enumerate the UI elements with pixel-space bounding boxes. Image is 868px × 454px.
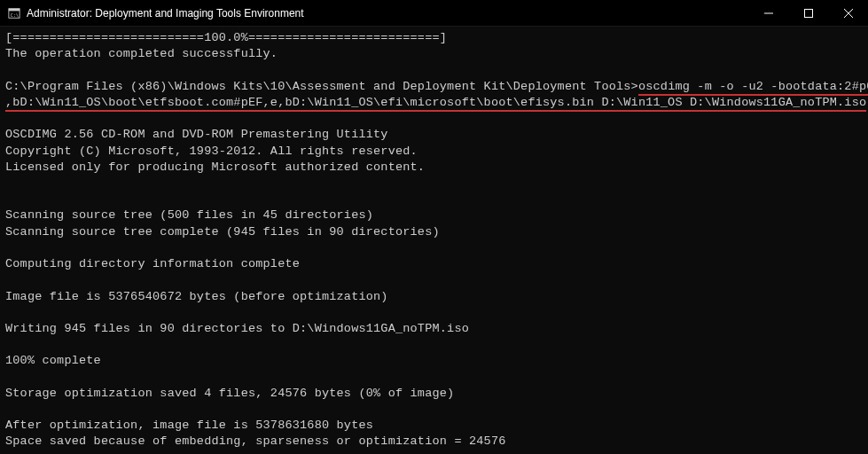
computing-line: Computing directory information complete <box>5 257 300 270</box>
prompt-path: C:\Program Files (x86)\Windows Kits\10\A… <box>5 80 638 93</box>
command-part1: oscdimg -m -o -u2 -bootdata:2#p0,e <box>638 80 868 96</box>
writing-line: Writing 945 files in 90 directories to D… <box>5 322 469 335</box>
svg-rect-4 <box>804 9 812 17</box>
copyright-line: Copyright (C) Microsoft, 1993-2012. All … <box>5 145 418 158</box>
progress-bar-line: [==========================100.0%=======… <box>5 31 447 44</box>
window-titlebar: C:\ Administrator: Deployment and Imagin… <box>0 0 868 27</box>
minimize-button[interactable] <box>748 0 788 26</box>
window-title: Administrator: Deployment and Imaging To… <box>27 7 304 20</box>
titlebar-controls <box>748 0 868 26</box>
svg-text:C:\: C:\ <box>11 12 19 17</box>
maximize-button[interactable] <box>788 0 828 26</box>
scanning-line-2: Scanning source tree complete (945 files… <box>5 225 440 239</box>
command-part2: ,bD:\Win11_OS\boot\etfsboot.com#pEF,e,bD… <box>5 96 866 112</box>
oscdimg-header: OSCDIMG 2.56 CD-ROM and DVD-ROM Premaste… <box>5 128 388 141</box>
titlebar-left: C:\ Administrator: Deployment and Imagin… <box>0 6 304 20</box>
licensed-line: Licensed only for producing Microsoft au… <box>5 160 425 174</box>
after-optimization-line: After optimization, image file is 537863… <box>5 419 373 432</box>
operation-complete-line: The operation completed successfully. <box>5 47 278 60</box>
storage-optimization-line: Storage optimization saved 4 files, 2457… <box>5 387 454 400</box>
svg-rect-1 <box>9 8 20 11</box>
terminal-output[interactable]: [==========================100.0%=======… <box>0 27 868 454</box>
scanning-line-1: Scanning source tree (500 files in 45 di… <box>5 208 373 222</box>
percent-complete: 100% complete <box>5 354 101 367</box>
space-saved-line: Space saved because of embedding, sparse… <box>5 434 506 448</box>
imagefile-line: Image file is 5376540672 bytes (before o… <box>5 290 388 303</box>
close-button[interactable] <box>828 0 868 26</box>
cmd-icon: C:\ <box>7 6 21 20</box>
